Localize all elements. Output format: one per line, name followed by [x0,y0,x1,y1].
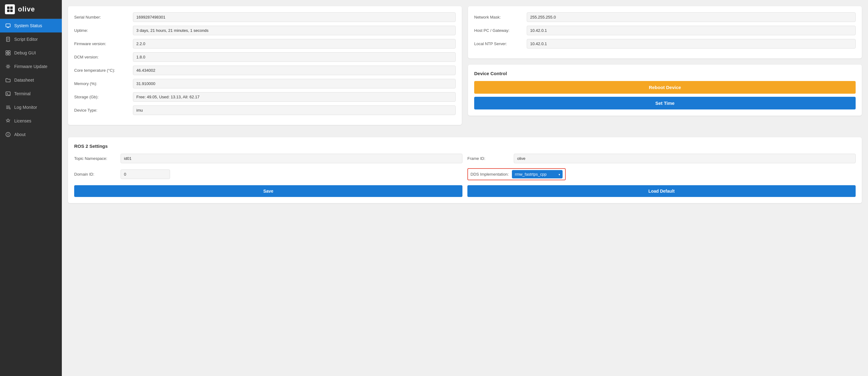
ros2-settings-card: ROS 2 Settings Topic Namespace: Frame ID… [68,137,862,203]
sidebar-item-licenses[interactable]: Licenses [0,114,62,128]
network-card: Network Mask: Host PC / Gateway: Local N… [468,6,862,58]
memory-row: Memory (%): [74,79,456,88]
ntp-server-row: Local NTP Server: [474,39,856,49]
frame-id-label: Frame ID: [467,156,511,161]
svg-rect-2 [7,9,9,12]
info-icon [5,131,11,137]
sidebar-label-script-editor: Script Editor [14,37,38,42]
device-type-label: Device Type: [74,108,133,113]
sidebar-item-log-monitor[interactable]: Log Monitor [0,100,62,114]
svg-rect-3 [10,9,13,12]
dds-select[interactable]: rmw_fastrtps_cpp rmw_cyclonedds_cpp [512,170,563,179]
device-info-card: Serial Number: Uptime: Firmware version:… [68,6,462,125]
right-panel: Network Mask: Host PC / Gateway: Local N… [468,6,862,131]
svg-point-12 [9,108,10,109]
domain-id-input[interactable] [121,169,170,179]
logo-text: olive [18,5,35,13]
sidebar-label-debug-gui: Debug GUI [14,51,36,55]
domain-id-label: Domain ID: [74,172,118,177]
sidebar-item-datasheet[interactable]: Datasheet [0,73,62,87]
device-control-title: Device Control [474,71,856,76]
set-time-button[interactable]: Set Time [474,97,856,109]
firmware-version-label: Firmware version: [74,41,133,46]
ros2-actions: Save Load Default [74,185,856,197]
storage-label: Storage (Gb): [74,95,133,99]
uptime-label: Uptime: [74,28,133,33]
serial-number-row: Serial Number: [74,12,456,22]
sidebar-label-log-monitor: Log Monitor [14,105,37,110]
svg-rect-7 [8,51,10,53]
load-default-button[interactable]: Load Default [467,185,856,197]
storage-row: Storage (Gb): [74,92,456,102]
reboot-button[interactable]: Reboot Device [474,81,856,94]
dcm-version-label: DCM version: [74,55,133,59]
topic-namespace-input[interactable] [121,154,462,163]
folder-icon [5,77,11,83]
sidebar-item-script-editor[interactable]: Script Editor [0,32,62,46]
sidebar-label-datasheet: Datasheet [14,77,34,83]
save-button[interactable]: Save [74,185,462,197]
star-icon [5,118,11,124]
ros2-fields-grid: Topic Namespace: Frame ID: Domain ID: DD… [74,154,856,180]
sidebar-label-licenses: Licenses [14,119,31,123]
settings-icon [5,63,11,69]
dds-row: DDS Implementation: rmw_fastrtps_cpp rmw… [467,168,856,180]
device-control-card: Device Control Reboot Device Set Time [468,65,862,116]
sidebar: olive System Status Script Editor Debug … [0,0,62,376]
core-temp-label: Core temperature (°C): [74,68,133,73]
sidebar-item-terminal[interactable]: Terminal [0,87,62,100]
ntp-server-input[interactable] [527,39,856,49]
top-section: Serial Number: Uptime: Firmware version:… [68,6,862,131]
uptime-row: Uptime: [74,26,456,35]
gateway-label: Host PC / Gateway: [474,28,527,33]
network-mask-row: Network Mask: [474,12,856,22]
sidebar-item-debug-gui[interactable]: Debug GUI [0,46,62,60]
dds-label: DDS Implementation: [470,172,509,177]
sidebar-label-about: About [14,132,26,137]
list-icon [5,104,11,111]
storage-input[interactable] [133,92,456,102]
grid-icon [5,50,11,56]
dds-highlighted-container: DDS Implementation: rmw_fastrtps_cpp rmw… [467,168,566,180]
dcm-version-input[interactable] [133,52,456,62]
ntp-server-label: Local NTP Server: [474,41,527,46]
dds-select-wrapper: rmw_fastrtps_cpp rmw_cyclonedds_cpp ▾ [512,170,563,179]
domain-id-row: Domain ID: [74,168,462,180]
firmware-version-input[interactable] [133,39,456,49]
sidebar-item-system-status[interactable]: System Status [0,19,62,32]
svg-rect-9 [8,53,10,55]
frame-id-input[interactable] [514,154,856,163]
device-type-row: Device Type: [74,105,456,115]
dcm-version-row: DCM version: [74,52,456,62]
network-mask-label: Network Mask: [474,15,527,20]
sidebar-item-about[interactable]: About [0,128,62,141]
core-temp-input[interactable] [133,66,456,75]
main-content: Serial Number: Uptime: Firmware version:… [62,0,868,376]
sidebar-label-system-status: System Status [14,23,42,28]
core-temp-row: Core temperature (°C): [74,66,456,75]
uptime-input[interactable] [133,26,456,35]
topic-namespace-label: Topic Namespace: [74,156,118,161]
svg-rect-0 [7,6,9,9]
memory-input[interactable] [133,79,456,88]
monitor-icon [5,23,11,29]
logo-icon [5,4,15,14]
file-icon [5,36,11,42]
serial-number-label: Serial Number: [74,15,133,20]
topic-namespace-row: Topic Namespace: [74,154,462,163]
gateway-row: Host PC / Gateway: [474,26,856,35]
svg-rect-8 [6,53,8,55]
svg-rect-6 [6,51,8,53]
terminal-icon [5,91,11,97]
serial-number-input[interactable] [133,12,456,22]
gateway-input[interactable] [527,26,856,35]
logo-area: olive [0,0,62,19]
frame-id-row: Frame ID: [467,154,856,163]
sidebar-item-firmware-update[interactable]: Firmware Update [0,60,62,73]
firmware-version-row: Firmware version: [74,39,456,49]
network-mask-input[interactable] [527,12,856,22]
svg-rect-1 [10,6,13,9]
sidebar-label-firmware-update: Firmware Update [14,64,47,69]
sidebar-label-terminal: Terminal [14,91,31,96]
device-type-input[interactable] [133,105,456,115]
